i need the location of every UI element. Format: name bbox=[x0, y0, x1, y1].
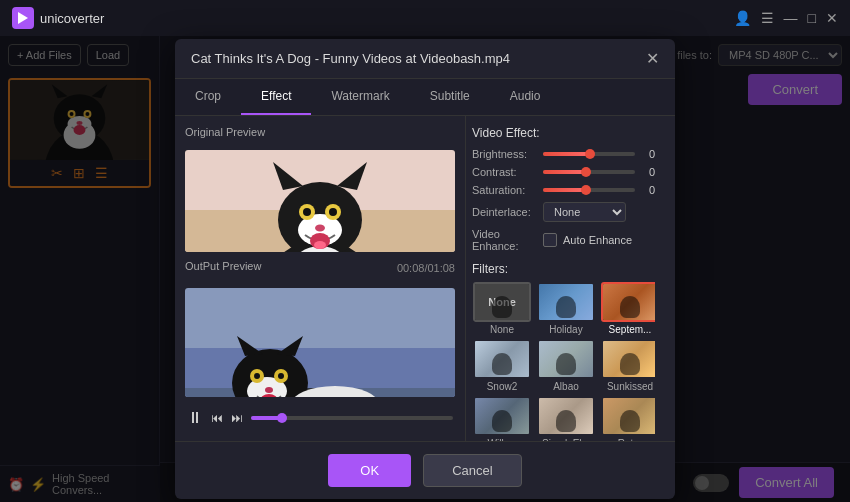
pause-button[interactable]: ⏸ bbox=[187, 409, 203, 427]
filter-none[interactable]: None None bbox=[472, 282, 532, 335]
contrast-label: Contrast: bbox=[472, 166, 537, 178]
filters-label: Filters: bbox=[472, 262, 655, 276]
logo-area: unicoverter bbox=[12, 7, 104, 29]
brightness-value: 0 bbox=[641, 148, 655, 160]
filter-albao[interactable]: Albao bbox=[536, 339, 596, 392]
prev-frame-button[interactable]: ⏮ bbox=[211, 411, 223, 425]
contrast-slider[interactable] bbox=[543, 170, 635, 174]
svg-marker-0 bbox=[18, 12, 28, 24]
filter-willow[interactable]: Willow bbox=[472, 396, 532, 441]
next-frame-button[interactable]: ⏭ bbox=[231, 411, 243, 425]
modal-footer: OK Cancel bbox=[175, 441, 675, 499]
window-controls: 👤 ☰ — □ ✕ bbox=[734, 10, 838, 26]
output-preview-label: OutPut Preview bbox=[185, 260, 261, 272]
filters-section: Filters: None None bbox=[472, 262, 655, 441]
menu-icon[interactable]: ☰ bbox=[761, 10, 774, 26]
svg-point-26 bbox=[315, 225, 325, 232]
modal-tabs: Crop Effect Watermark Subtitle Audio bbox=[175, 79, 675, 116]
saturation-value: 0 bbox=[641, 184, 655, 196]
original-preview-video bbox=[185, 150, 455, 252]
video-effect-label: Video Effect: bbox=[472, 126, 655, 140]
effect-modal: Cat Thinks It's A Dog - Funny Videos at … bbox=[175, 39, 675, 499]
playback-controls: ⏸ ⏮ ⏭ bbox=[185, 405, 455, 431]
deinterlace-label: Deinterlace: bbox=[472, 206, 537, 218]
preview-section: Original Preview bbox=[175, 116, 465, 441]
brightness-label: Brightness: bbox=[472, 148, 537, 160]
filters-grid: None None Holiday bbox=[472, 282, 655, 441]
minimize-icon[interactable]: — bbox=[784, 10, 798, 26]
effect-controls: Video Effect: Brightness: 0 Contrast: bbox=[465, 116, 665, 441]
output-preview-video bbox=[185, 288, 455, 397]
app-name: unicoverter bbox=[40, 11, 104, 26]
auto-enhance-checkbox[interactable] bbox=[543, 233, 557, 247]
enhance-option-label: Auto Enhance bbox=[563, 234, 632, 246]
maximize-icon[interactable]: □ bbox=[808, 10, 816, 26]
cancel-button[interactable]: Cancel bbox=[423, 454, 521, 487]
main-area: + Add Files Load bbox=[0, 36, 850, 502]
filter-september[interactable]: Septem... bbox=[600, 282, 655, 335]
saturation-slider[interactable] bbox=[543, 188, 635, 192]
contrast-value: 0 bbox=[641, 166, 655, 178]
modal-close-button[interactable]: ✕ bbox=[646, 49, 659, 68]
deinterlace-row: Deinterlace: None Send field Blend bbox=[472, 202, 655, 222]
tab-crop[interactable]: Crop bbox=[175, 79, 241, 115]
tab-watermark[interactable]: Watermark bbox=[311, 79, 409, 115]
svg-point-41 bbox=[278, 373, 284, 379]
modal-overlay: Cat Thinks It's A Dog - Funny Videos at … bbox=[0, 36, 850, 502]
modal-header: Cat Thinks It's A Dog - Funny Videos at … bbox=[175, 39, 675, 79]
filter-sunkissed[interactable]: Sunkissed bbox=[600, 339, 655, 392]
ok-button[interactable]: OK bbox=[328, 454, 411, 487]
video-timestamp: 00:08/01:08 bbox=[397, 262, 455, 274]
filter-retro[interactable]: Retro bbox=[600, 396, 655, 441]
brightness-row: Brightness: 0 bbox=[472, 148, 655, 160]
top-bar: unicoverter 👤 ☰ — □ ✕ bbox=[0, 0, 850, 36]
saturation-label: Saturation: bbox=[472, 184, 537, 196]
modal-title: Cat Thinks It's A Dog - Funny Videos at … bbox=[191, 51, 510, 66]
modal-body: Original Preview bbox=[175, 116, 675, 441]
brightness-slider[interactable] bbox=[543, 152, 635, 156]
output-preview-header: OutPut Preview 00:08/01:08 bbox=[185, 260, 455, 276]
tab-effect[interactable]: Effect bbox=[241, 79, 311, 115]
filter-holiday[interactable]: Holiday bbox=[536, 282, 596, 335]
svg-point-42 bbox=[265, 387, 273, 393]
enhance-label: Video Enhance: bbox=[472, 228, 537, 252]
tab-subtitle[interactable]: Subtitle bbox=[410, 79, 490, 115]
user-icon[interactable]: 👤 bbox=[734, 10, 751, 26]
svg-point-40 bbox=[254, 373, 260, 379]
tab-audio[interactable]: Audio bbox=[490, 79, 561, 115]
svg-point-25 bbox=[329, 208, 337, 216]
contrast-row: Contrast: 0 bbox=[472, 166, 655, 178]
app-logo-icon bbox=[12, 7, 34, 29]
original-preview-label: Original Preview bbox=[185, 126, 455, 138]
filter-snow2[interactable]: Snow2 bbox=[472, 339, 532, 392]
close-icon[interactable]: ✕ bbox=[826, 10, 838, 26]
svg-point-28 bbox=[314, 241, 326, 249]
saturation-row: Saturation: 0 bbox=[472, 184, 655, 196]
filter-simpleelegance[interactable]: SimpleEl... bbox=[536, 396, 596, 441]
playback-progress[interactable] bbox=[251, 416, 453, 420]
enhance-row: Video Enhance: Auto Enhance bbox=[472, 228, 655, 252]
deinterlace-select[interactable]: None Send field Blend bbox=[543, 202, 626, 222]
svg-point-24 bbox=[303, 208, 311, 216]
